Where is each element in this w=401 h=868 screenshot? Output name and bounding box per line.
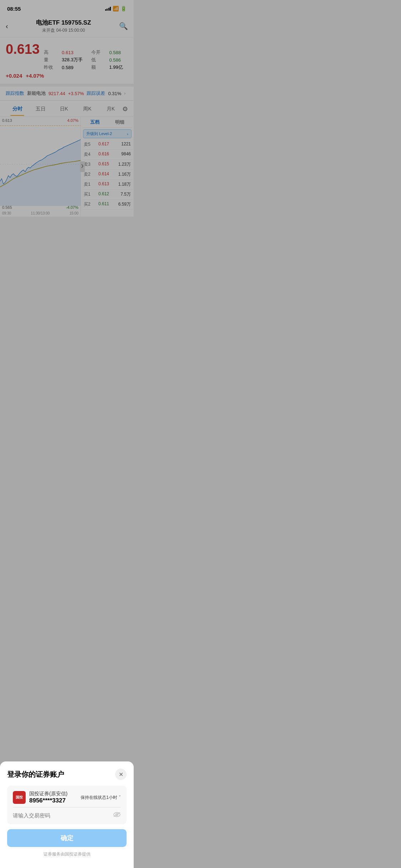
modal-overlay[interactable] bbox=[0, 0, 134, 289]
